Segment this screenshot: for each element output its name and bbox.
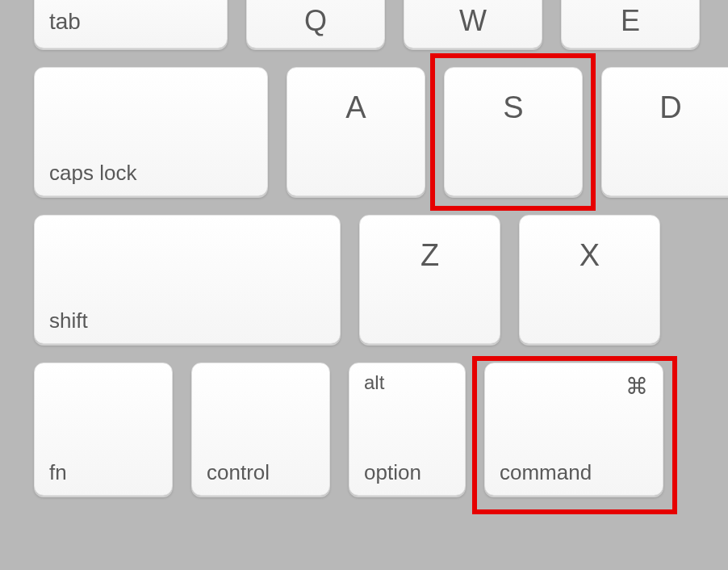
key-label-z: Z [420, 238, 439, 273]
key-label-d: D [659, 90, 681, 125]
key-label-option: option [364, 460, 421, 485]
key-d[interactable]: D [601, 67, 728, 196]
key-a[interactable]: A [287, 67, 425, 196]
key-shift[interactable]: shift [34, 215, 341, 344]
key-label-control: control [207, 460, 270, 485]
key-label-shift: shift [49, 308, 88, 333]
key-label-x: X [579, 238, 600, 273]
key-s[interactable]: S [444, 67, 583, 196]
key-label-alt: alt [364, 371, 384, 394]
key-x[interactable]: X [519, 215, 660, 344]
key-command[interactable]: ⌘ command [484, 363, 663, 496]
key-e[interactable]: E [561, 0, 700, 48]
key-w[interactable]: W [404, 0, 542, 48]
key-label-e: E [621, 4, 640, 38]
keyboard: tab Q W E caps lock A S D shift Z X fn c… [0, 0, 728, 570]
key-caps-lock[interactable]: caps lock [34, 67, 268, 196]
key-label-command: command [500, 460, 592, 485]
command-icon: ⌘ [625, 373, 648, 400]
key-label-tab: tab [49, 9, 81, 35]
key-label-fn: fn [49, 460, 67, 485]
key-q[interactable]: Q [246, 0, 385, 48]
key-z[interactable]: Z [359, 215, 500, 344]
key-label-caps: caps lock [49, 161, 136, 186]
key-fn[interactable]: fn [34, 363, 173, 496]
key-label-a: A [345, 90, 366, 125]
key-option[interactable]: alt option [349, 363, 466, 496]
key-label-q: Q [304, 4, 327, 38]
key-control[interactable]: control [191, 363, 330, 496]
key-label-w: W [459, 4, 487, 38]
key-tab[interactable]: tab [34, 0, 228, 48]
key-label-s: S [503, 90, 523, 125]
